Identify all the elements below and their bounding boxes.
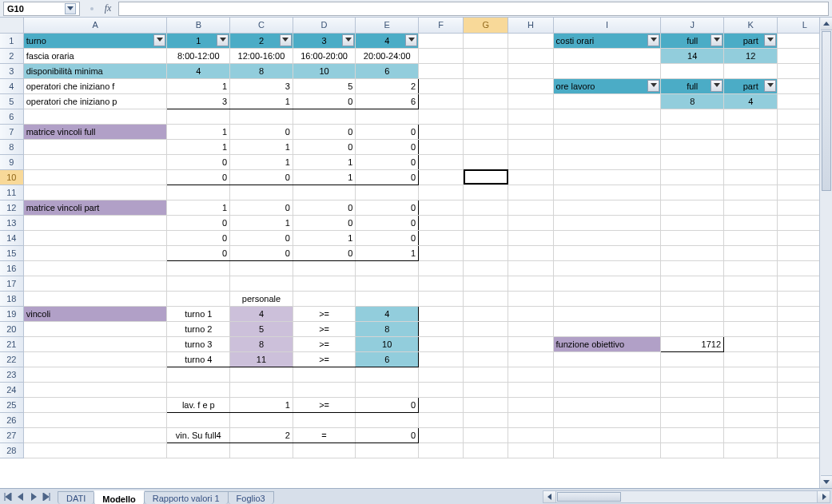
cell-A21[interactable] [23, 336, 167, 351]
cell-F3[interactable] [419, 63, 464, 78]
cell-G23[interactable] [464, 367, 508, 382]
cell-K12[interactable] [724, 200, 778, 215]
cell-E13[interactable]: 0 [356, 215, 419, 230]
cell-G5[interactable] [464, 93, 508, 109]
cell-E16[interactable] [356, 260, 419, 276]
cell-A28[interactable] [23, 442, 167, 458]
cell-C7[interactable]: 0 [230, 124, 293, 139]
cell-A10[interactable] [23, 169, 167, 185]
select-all-corner[interactable] [0, 18, 23, 33]
col-header-K[interactable]: K [724, 18, 778, 33]
cell-C14[interactable]: 0 [230, 230, 293, 245]
cell-J22[interactable] [661, 351, 724, 367]
row-header-4[interactable]: 4 [0, 78, 23, 93]
cell-F15[interactable] [419, 245, 464, 260]
cell-A5[interactable]: operatori che iniziano p [23, 93, 167, 109]
cell-J2[interactable]: 14 [661, 48, 724, 63]
cell-F8[interactable] [419, 139, 464, 154]
cell-H24[interactable] [508, 382, 553, 397]
cell-I5[interactable] [553, 93, 661, 109]
row-header-13[interactable]: 13 [0, 215, 23, 230]
cell-F26[interactable] [419, 412, 464, 427]
cell-J27[interactable] [661, 427, 724, 442]
cell-K8[interactable] [724, 139, 778, 154]
cell-K1[interactable]: part [724, 33, 778, 48]
cell-D22[interactable]: >= [293, 351, 356, 367]
cell-E10[interactable]: 0 [356, 169, 419, 185]
cell-D15[interactable]: 0 [293, 245, 356, 260]
col-header-C[interactable]: C [230, 18, 293, 33]
cell-F22[interactable] [419, 351, 464, 367]
row-header-16[interactable]: 16 [0, 260, 23, 276]
cell-B13[interactable]: 0 [167, 215, 230, 230]
cell-F12[interactable] [419, 200, 464, 215]
cell-K2[interactable]: 12 [724, 48, 778, 63]
cell-H26[interactable] [508, 412, 553, 427]
cell-F9[interactable] [419, 154, 464, 169]
col-header-J[interactable]: J [661, 18, 724, 33]
col-header-D[interactable]: D [293, 18, 356, 33]
cell-E27[interactable]: 0 [356, 427, 419, 442]
col-header-I[interactable]: I [553, 18, 661, 33]
cell-C5[interactable]: 1 [230, 93, 293, 109]
cell-D17[interactable] [293, 276, 356, 291]
cell-C3[interactable]: 8 [230, 63, 293, 78]
cell-I14[interactable] [553, 230, 661, 245]
cell-E3[interactable]: 6 [356, 63, 419, 78]
cell-D19[interactable]: >= [293, 306, 356, 321]
cell-F11[interactable] [419, 185, 464, 200]
row-header-2[interactable]: 2 [0, 48, 23, 63]
cell-I16[interactable] [553, 260, 661, 276]
cell-K19[interactable] [724, 306, 778, 321]
filter-full-2[interactable] [711, 80, 723, 92]
cell-C8[interactable]: 1 [230, 139, 293, 154]
cell-H25[interactable] [508, 397, 553, 412]
filter-ore[interactable] [647, 80, 659, 92]
cell-F4[interactable] [419, 78, 464, 93]
cell-B1[interactable]: 1 [167, 33, 230, 48]
cell-C1[interactable]: 2 [230, 33, 293, 48]
cell-K5[interactable]: 4 [724, 93, 778, 109]
cell-C24[interactable] [230, 382, 293, 397]
cell-E25[interactable]: 0 [356, 397, 419, 412]
row-header-9[interactable]: 9 [0, 154, 23, 169]
cell-F7[interactable] [419, 124, 464, 139]
cell-C16[interactable] [230, 260, 293, 276]
cell-J1[interactable]: full [661, 33, 724, 48]
cell-D10[interactable]: 1 [293, 169, 356, 185]
cell-C23[interactable] [230, 367, 293, 382]
cell-B18[interactable] [167, 291, 230, 306]
cell-H19[interactable] [508, 306, 553, 321]
cell-D1[interactable]: 3 [293, 33, 356, 48]
cell-A7[interactable]: matrice vincoli full [23, 124, 167, 139]
cell-B17[interactable] [167, 276, 230, 291]
cell-F14[interactable] [419, 230, 464, 245]
tab-first-button[interactable] [2, 490, 14, 503]
cell-H27[interactable] [508, 427, 553, 442]
cell-F17[interactable] [419, 276, 464, 291]
cell-D6[interactable] [293, 109, 356, 124]
cell-H2[interactable] [508, 48, 553, 63]
cell-E4[interactable]: 2 [356, 78, 419, 93]
cell-C2[interactable]: 12:00-16:00 [230, 48, 293, 63]
cell-A12[interactable]: matrice vincoli part [23, 200, 167, 215]
cell-J28[interactable] [661, 442, 724, 458]
fx-button[interactable]: fx [101, 2, 115, 16]
cell-D5[interactable]: 0 [293, 93, 356, 109]
cell-J26[interactable] [661, 412, 724, 427]
cell-G26[interactable] [464, 412, 508, 427]
cell-H3[interactable] [508, 63, 553, 78]
cell-H5[interactable] [508, 93, 553, 109]
cell-A4[interactable]: operatori che iniziano f [23, 78, 167, 93]
cell-F6[interactable] [419, 109, 464, 124]
filter-part-2[interactable] [764, 80, 776, 92]
cell-I21[interactable]: funzione obiettivo [553, 336, 661, 351]
cell-B22[interactable]: turno 4 [167, 351, 230, 367]
scroll-down-button[interactable] [821, 475, 832, 488]
cell-F19[interactable] [419, 306, 464, 321]
cell-G13[interactable] [464, 215, 508, 230]
cell-K4[interactable]: part [724, 78, 778, 93]
cell-K6[interactable] [724, 109, 778, 124]
filter-turno-1[interactable] [217, 34, 229, 46]
cell-K16[interactable] [724, 260, 778, 276]
